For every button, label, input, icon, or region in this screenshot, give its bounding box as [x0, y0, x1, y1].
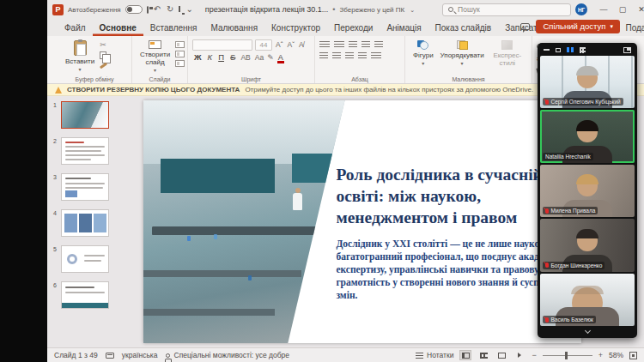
- quick-access-more-icon[interactable]: ⌄: [185, 5, 193, 14]
- close-button[interactable]: ✕: [632, 0, 644, 19]
- panel-collapse-button[interactable]: [539, 327, 635, 336]
- highlight-pen-icon[interactable]: ✎: [267, 53, 274, 62]
- bullets-icon[interactable]: [319, 41, 330, 49]
- tab-insert[interactable]: Вставлення: [143, 19, 204, 36]
- thumbnail-slide-5[interactable]: [61, 245, 109, 273]
- italic-button[interactable]: К: [206, 53, 215, 62]
- thumbnail-row[interactable]: 6: [53, 281, 112, 309]
- titlebar-right: НГ — ▢ ✕: [575, 0, 644, 19]
- clear-format-icon[interactable]: А̸: [298, 41, 305, 49]
- thumbnail-row[interactable]: 1: [53, 101, 112, 129]
- user-avatar[interactable]: НГ: [575, 3, 587, 15]
- reading-view-button[interactable]: [495, 350, 507, 360]
- shrink-font-icon[interactable]: Аˇ: [287, 41, 296, 49]
- undo-icon[interactable]: ↶: [153, 5, 161, 14]
- current-slide[interactable]: Роль дослідника в сучасній освіті: між н…: [143, 100, 581, 343]
- underline-button[interactable]: П: [216, 53, 226, 62]
- thumbnail-slide-1[interactable]: [61, 101, 109, 129]
- start-slideshow-icon[interactable]: [179, 6, 180, 12]
- tab-slideshow[interactable]: Показ слайдів: [428, 19, 499, 36]
- thumb-preview: [84, 255, 105, 256]
- font-name-select[interactable]: [192, 39, 252, 51]
- participant-tile[interactable]: Nataliia Hrechanik: [540, 110, 635, 162]
- tab-draw[interactable]: Малювання: [204, 19, 264, 36]
- panel-restore-icon[interactable]: [556, 48, 561, 52]
- participant-tile[interactable]: Милена Привала: [540, 165, 635, 217]
- paste-button[interactable]: Вставити ▾: [62, 39, 98, 74]
- participant-tile[interactable]: Сергій Олегович Кубіцький: [540, 56, 635, 108]
- copy-icon[interactable]: [100, 51, 106, 59]
- char-spacing-icon[interactable]: АВ: [240, 54, 251, 62]
- strikethrough-button[interactable]: S: [228, 53, 237, 62]
- thumbnail-row[interactable]: 4: [53, 209, 112, 237]
- comments-icon[interactable]: [520, 23, 530, 30]
- language-label[interactable]: українська: [122, 351, 158, 359]
- bold-button[interactable]: Ж: [192, 53, 204, 62]
- justify-icon[interactable]: [358, 52, 367, 60]
- normal-view-button[interactable]: [459, 350, 471, 360]
- search-input[interactable]: Пошук: [442, 3, 571, 16]
- tab-view[interactable]: Подання: [618, 19, 644, 36]
- slide-sorter-view-button[interactable]: [477, 350, 489, 360]
- arrange-button[interactable]: Упорядкувати ▾: [437, 39, 488, 74]
- thumbnail-slide-4[interactable]: [61, 209, 109, 237]
- thumbnail-slide-2[interactable]: [61, 137, 109, 165]
- increase-indent-icon[interactable]: [361, 41, 370, 49]
- align-left-icon[interactable]: [319, 52, 328, 60]
- tab-design[interactable]: Конструктор: [264, 19, 327, 36]
- numbering-icon[interactable]: [334, 41, 344, 49]
- participant-tile[interactable]: Василь Базелюк: [540, 274, 635, 326]
- format-painter-icon[interactable]: [100, 63, 107, 69]
- slideshow-view-button[interactable]: [513, 350, 526, 360]
- fit-to-window-icon[interactable]: [629, 352, 637, 359]
- reset-slide-icon[interactable]: [175, 51, 185, 57]
- align-right-icon[interactable]: [345, 52, 354, 60]
- grow-font-icon[interactable]: Аˆ: [275, 41, 284, 49]
- zoom-level[interactable]: 58%: [609, 351, 623, 359]
- accessibility-status[interactable]: Спеціальні можливості: усе добре: [166, 351, 290, 359]
- spellcheck-icon[interactable]: [106, 353, 114, 359]
- panel-layout-icon[interactable]: [623, 47, 631, 53]
- columns-icon[interactable]: [371, 52, 381, 60]
- maximize-button[interactable]: ▢: [613, 0, 632, 19]
- thumbnail-row[interactable]: 3: [53, 173, 112, 201]
- zoom-slider[interactable]: [543, 355, 592, 356]
- redo-icon[interactable]: ↻: [166, 5, 174, 14]
- line-spacing-icon[interactable]: [374, 41, 383, 49]
- saved-state-caret-icon[interactable]: ⌄: [409, 7, 416, 13]
- minimize-button[interactable]: —: [594, 0, 613, 19]
- gallery-view-icon[interactable]: [580, 47, 586, 53]
- zoom-out-button[interactable]: −: [532, 351, 536, 359]
- thumbnail-row[interactable]: 5: [53, 245, 112, 273]
- new-slide-button[interactable]: Створити слайд ▾: [137, 39, 173, 74]
- change-case-icon[interactable]: Аа: [254, 54, 265, 62]
- speaker-view-icon[interactable]: [567, 47, 574, 52]
- align-center-icon[interactable]: [332, 52, 341, 60]
- autosave-toggle[interactable]: [125, 5, 143, 14]
- thumb-preview: [65, 150, 101, 152]
- font-color-icon[interactable]: А: [276, 54, 285, 62]
- participant-tile[interactable]: Богдан Шинкаренко: [540, 219, 635, 271]
- section-icon[interactable]: [175, 60, 185, 67]
- photo-glassware: [248, 275, 252, 281]
- font-size-select[interactable]: 44: [255, 39, 272, 51]
- notes-button[interactable]: Нотатки: [416, 351, 453, 359]
- shapes-button[interactable]: Фігури ▾: [410, 39, 437, 74]
- quick-styles-button[interactable]: Експрес-стилі: [488, 39, 527, 74]
- panel-minimize-icon[interactable]: [544, 49, 550, 51]
- saved-state-label[interactable]: Збережено у цей ПК: [339, 6, 404, 14]
- thumbnail-slide-6[interactable]: [61, 281, 109, 309]
- tab-animations[interactable]: Анімація: [380, 19, 428, 36]
- tab-file[interactable]: Файл: [58, 19, 93, 36]
- zoom-slider-knob[interactable]: [565, 352, 568, 359]
- cut-icon[interactable]: ✂: [100, 41, 107, 49]
- tab-transitions[interactable]: Переходи: [327, 19, 380, 36]
- decrease-indent-icon[interactable]: [349, 41, 357, 49]
- tab-home[interactable]: Основне: [93, 19, 143, 36]
- share-button[interactable]: Спільний доступ ▾: [536, 20, 620, 33]
- zoom-in-button[interactable]: +: [598, 351, 603, 359]
- thumbnail-slide-3[interactable]: [61, 173, 109, 201]
- slide-layout-icon[interactable]: [175, 41, 185, 48]
- thumbnail-row[interactable]: 2: [53, 137, 112, 165]
- save-icon[interactable]: [147, 6, 149, 14]
